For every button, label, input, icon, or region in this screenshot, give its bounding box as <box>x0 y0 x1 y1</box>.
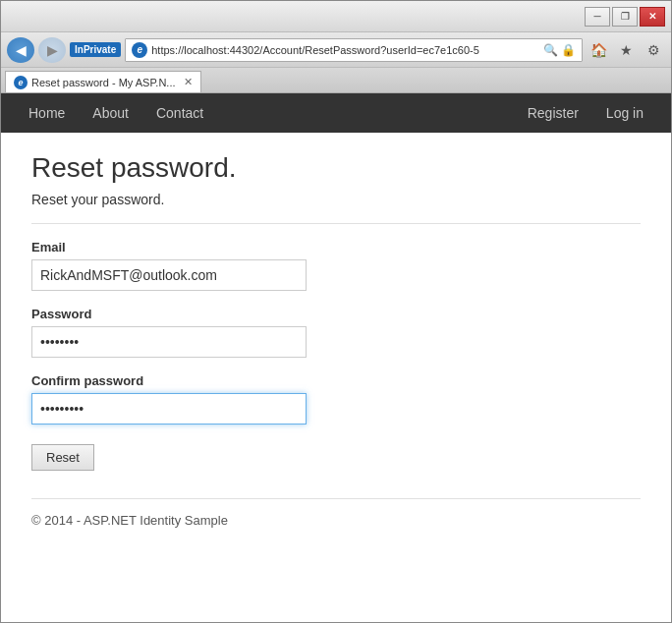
tab-label: Reset password - My ASP.N... <box>31 77 176 88</box>
nav-item-login[interactable]: Log in <box>592 95 657 131</box>
title-bar-controls: ─ ❐ ✕ <box>585 7 665 27</box>
page-footer: © 2014 - ASP.NET Identity Sample <box>31 498 641 541</box>
nav-menu-right: Register Log in <box>514 95 657 131</box>
browser-window: ─ ❐ ✕ ◀ ▶ InPrivate e https://localhost:… <box>0 0 672 623</box>
page-content: Reset password. Reset your password. Ema… <box>1 133 671 622</box>
password-group: Password <box>31 307 641 358</box>
confirm-password-group: Confirm password <box>31 373 641 425</box>
reset-password-form: Email Password Confirm password Reset <box>31 240 641 490</box>
address-input-wrap[interactable]: e https://localhost:44302/Account/ResetP… <box>125 38 583 62</box>
nav-menu: Home About Contact Register Log in <box>1 93 671 133</box>
confirm-password-input[interactable] <box>31 393 307 425</box>
email-input[interactable] <box>31 259 307 291</box>
toolbar-icons: 🏠 ★ ⚙ <box>587 38 665 62</box>
tab-close-button[interactable]: ✕ <box>184 76 193 88</box>
address-bar: ◀ ▶ InPrivate e https://localhost:44302/… <box>1 32 671 68</box>
confirm-password-label: Confirm password <box>31 373 641 388</box>
back-button[interactable]: ◀ <box>7 37 34 63</box>
ie-icon: e <box>132 42 147 58</box>
nav-menu-left: Home About Contact <box>15 95 217 131</box>
inprivate-badge: InPrivate <box>70 42 121 57</box>
forward-icon: ▶ <box>47 42 58 58</box>
email-group: Email <box>31 240 641 291</box>
nav-item-contact[interactable]: Contact <box>142 95 217 131</box>
lock-icon: 🔒 <box>561 43 576 57</box>
page-inner: Reset password. Reset your password. Ema… <box>12 133 660 541</box>
divider <box>31 223 641 224</box>
restore-button[interactable]: ❐ <box>612 7 638 27</box>
email-label: Email <box>31 240 641 255</box>
tab-bar: e Reset password - My ASP.N... ✕ <box>1 68 671 93</box>
home-button[interactable]: 🏠 <box>587 38 610 62</box>
footer-text: © 2014 - ASP.NET Identity Sample <box>31 513 228 528</box>
browser-tab[interactable]: e Reset password - My ASP.N... ✕ <box>5 71 201 92</box>
minimize-button[interactable]: ─ <box>585 7 610 27</box>
address-icons: 🔍 🔒 <box>543 43 576 57</box>
search-icon: 🔍 <box>543 43 558 57</box>
password-input[interactable] <box>31 326 307 358</box>
reset-button[interactable]: Reset <box>31 444 94 471</box>
nav-item-register[interactable]: Register <box>514 95 592 131</box>
back-icon: ◀ <box>16 42 27 58</box>
tab-ie-icon: e <box>14 76 28 89</box>
title-bar: ─ ❐ ✕ <box>1 1 671 32</box>
address-text: https://localhost:44302/Account/ResetPas… <box>151 44 539 56</box>
close-button[interactable]: ✕ <box>640 7 665 27</box>
nav-item-about[interactable]: About <box>79 95 142 131</box>
nav-item-home[interactable]: Home <box>15 95 79 131</box>
page-subtitle: Reset your password. <box>31 192 641 207</box>
forward-button[interactable]: ▶ <box>38 37 66 63</box>
favorites-button[interactable]: ★ <box>614 38 638 62</box>
page-title: Reset password. <box>31 152 641 184</box>
password-label: Password <box>31 307 641 321</box>
settings-button[interactable]: ⚙ <box>642 38 665 62</box>
